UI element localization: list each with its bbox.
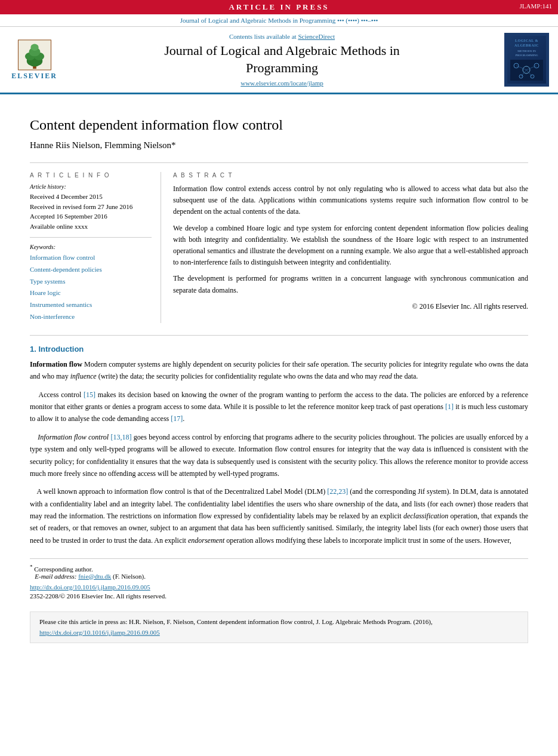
paragraph1-rest: Modern computer systems are highly depen… bbox=[30, 360, 528, 380]
elsevier-tree-icon bbox=[17, 39, 52, 70]
article-in-press-banner: ARTICLE IN PRESS JLAMP:141 bbox=[0, 0, 558, 14]
citation-bar: Please cite this article in press as: H.… bbox=[30, 611, 528, 643]
article-info-column: A R T I C L E I N F O Article history: R… bbox=[30, 172, 161, 323]
declassification-term: declassification bbox=[403, 512, 448, 520]
footnote-text: Corresponding author. bbox=[34, 566, 93, 573]
article-info-abstract: A R T I C L E I N F O Article history: R… bbox=[30, 172, 528, 323]
ref-17: [17] bbox=[171, 414, 183, 423]
divider-keywords bbox=[30, 237, 152, 238]
abstract-paragraph: Information flow control extends access … bbox=[173, 183, 528, 218]
sciencedirect-link[interactable]: Contents lists available at ScienceDirec… bbox=[66, 33, 498, 40]
article-info-label: A R T I C L E I N F O bbox=[30, 172, 152, 179]
journal-cover-image: LOGICAL &ALGEBRAIC METHODS INPROGRAMMING bbox=[504, 33, 549, 87]
divider-2 bbox=[30, 335, 528, 336]
keyword-item: Information flow control bbox=[30, 252, 152, 264]
ref-13-18: [13,18] bbox=[111, 433, 132, 441]
bold-term-info-flow: Information flow bbox=[30, 360, 82, 368]
history-items: Received 4 December 2015Received in revi… bbox=[30, 192, 152, 231]
abstract-label: A B S T R A C T bbox=[173, 172, 528, 179]
abstract-text: Information flow control extends access … bbox=[173, 183, 528, 312]
abstract-paragraph: © 2016 Elsevier Inc. All rights reserved… bbox=[173, 301, 528, 312]
ref-1: [1] bbox=[445, 402, 454, 411]
banner-text: ARTICLE IN PRESS bbox=[229, 2, 329, 11]
ref-15: [15] bbox=[84, 391, 95, 399]
email-suffix: (F. Nielson). bbox=[113, 573, 146, 580]
issn-line: 2352-2208/© 2016 Elsevier Inc. All right… bbox=[30, 592, 528, 600]
abstract-paragraph: We develop a combined Hoare logic and ty… bbox=[173, 223, 528, 269]
history-item: Accepted 16 September 2016 bbox=[30, 211, 152, 222]
intro-paragraph-1: Information flow Modern computer systems… bbox=[30, 358, 528, 383]
contents-label: Contents lists available at bbox=[229, 33, 297, 40]
info-flow-control-term: Information flow control bbox=[38, 433, 109, 441]
journal-website[interactable]: www.elsevier.com/locate/jlamp bbox=[66, 79, 498, 87]
doi-line[interactable]: http://dx.doi.org/10.1016/j.jlamp.2016.0… bbox=[30, 583, 528, 591]
citation-prefix: Please cite this article in press as: H.… bbox=[39, 618, 433, 625]
journal-main-title: Journal of Logical and Algebraic Methods… bbox=[66, 42, 498, 76]
section-1-heading: 1. Introduction bbox=[30, 345, 528, 354]
paper-title: Content dependent information flow contr… bbox=[30, 117, 528, 133]
footnote-line: * Corresponding author. bbox=[30, 564, 528, 573]
email-label: E-mail address: bbox=[35, 573, 76, 580]
authors-line: Hanne Riis Nielson, Flemming Nielson* bbox=[30, 140, 528, 150]
footnote-marker: * bbox=[30, 564, 33, 570]
svg-point-6 bbox=[30, 44, 38, 50]
divider-1 bbox=[30, 162, 528, 163]
keywords-label: Keywords: bbox=[30, 244, 152, 250]
abstract-paragraph: The development is performed for program… bbox=[173, 273, 528, 296]
main-content: Content dependent information flow contr… bbox=[0, 94, 558, 655]
sciencedirect-name: ScienceDirect bbox=[298, 33, 335, 40]
keyword-item: Type systems bbox=[30, 276, 152, 288]
abstract-section: A B S T R A C T Information flow control… bbox=[173, 172, 528, 323]
footnote-area: * Corresponding author. E-mail address: … bbox=[30, 558, 528, 580]
keywords-list: Information flow controlContent-dependen… bbox=[30, 252, 152, 323]
journal-title-line2: Programming bbox=[246, 60, 318, 75]
author-names: Hanne Riis Nielson, Flemming Nielson* bbox=[30, 140, 176, 150]
cover-decoration bbox=[510, 60, 543, 81]
journal-title-line1: Journal of Logical and Algebraic Methods… bbox=[164, 43, 400, 58]
keyword-item: Content-dependent policies bbox=[30, 264, 152, 276]
intro-paragraph-3: Information flow control [13,18] goes be… bbox=[30, 431, 528, 480]
journal-header: ELSEVIER Contents lists available at Sci… bbox=[0, 27, 558, 94]
email-line: E-mail address: fnie@dtu.dk (F. Nielson)… bbox=[30, 573, 528, 580]
keyword-item: Hoare logic bbox=[30, 287, 152, 299]
keyword-item: Instrumented semantics bbox=[30, 299, 152, 311]
history-item: Received 4 December 2015 bbox=[30, 192, 152, 202]
citation-doi[interactable]: http://dx.doi.org/10.1016/j.jlamp.2016.0… bbox=[39, 629, 160, 636]
journal-ref-line: Journal of Logical and Algebraic Methods… bbox=[0, 14, 558, 27]
history-item: Available online xxxx bbox=[30, 222, 152, 232]
email-address[interactable]: fnie@dtu.dk bbox=[78, 573, 111, 580]
intro-paragraph-2: Access control [15] makes its decision b… bbox=[30, 389, 528, 425]
journal-title-center: Contents lists available at ScienceDirec… bbox=[66, 33, 498, 86]
intro-paragraph-4: A well known approach to information flo… bbox=[30, 485, 528, 546]
endorsement-term: endorsement bbox=[188, 536, 224, 545]
keyword-item: Non-interference bbox=[30, 311, 152, 323]
ref-22-23: [22,23] bbox=[327, 487, 348, 496]
article-id: JLAMP:141 bbox=[520, 2, 552, 10]
history-label: Article history: bbox=[30, 183, 152, 190]
body-section: 1. Introduction Information flow Modern … bbox=[30, 345, 528, 546]
elsevier-wordmark: ELSEVIER bbox=[11, 72, 57, 81]
history-item: Received in revised form 27 June 2016 bbox=[30, 202, 152, 212]
elsevier-logo: ELSEVIER bbox=[9, 39, 60, 81]
journal-ref-text: Journal of Logical and Algebraic Methods… bbox=[180, 17, 378, 24]
